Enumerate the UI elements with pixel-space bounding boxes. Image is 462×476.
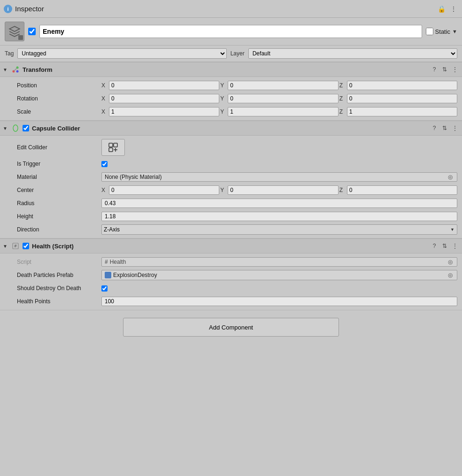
is-trigger-row: Is Trigger: [0, 157, 462, 170]
scale-x-label: X: [101, 108, 108, 115]
transform-help-btn[interactable]: ?: [430, 65, 439, 74]
rotation-x-input[interactable]: [109, 94, 219, 103]
add-component-label: Add Component: [209, 324, 253, 331]
health-points-input[interactable]: [101, 297, 457, 306]
capsule-help-btn[interactable]: ?: [430, 124, 439, 132]
edit-collider-value: [101, 139, 457, 156]
capsule-collider-title: Capsule Collider: [32, 125, 427, 132]
capsule-collapse-arrow[interactable]: ▼: [3, 126, 8, 131]
transform-properties: Position X Y Z Rotation X Y: [0, 77, 462, 120]
rotation-z-item: Z: [339, 94, 457, 103]
static-label: Static: [435, 28, 451, 35]
is-trigger-value: [101, 161, 457, 167]
cube-icon: [8, 25, 21, 38]
svg-rect-5: [109, 143, 113, 147]
position-y-item: Y: [220, 81, 338, 90]
static-checkbox[interactable]: [426, 28, 433, 35]
position-z-label: Z: [339, 82, 346, 89]
radius-input[interactable]: [101, 199, 457, 208]
rotation-x-label: X: [101, 95, 108, 102]
health-settings-btn[interactable]: ⇅: [440, 242, 449, 250]
scale-x-input[interactable]: [109, 107, 219, 116]
radius-value: [101, 199, 457, 208]
capsule-enabled-checkbox[interactable]: [23, 125, 29, 131]
svg-point-2: [16, 70, 19, 73]
center-y-input[interactable]: [228, 185, 338, 195]
health-script-icon: #: [11, 242, 20, 250]
lock-icon[interactable]: 🔒: [437, 4, 446, 14]
position-z-input[interactable]: [347, 81, 457, 90]
death-particles-target-icon[interactable]: ◎: [447, 271, 454, 279]
position-x-item: X: [101, 81, 219, 90]
capsule-more-btn[interactable]: ⋮: [451, 124, 459, 132]
more-icon[interactable]: ⋮: [449, 4, 458, 14]
health-enabled-checkbox[interactable]: [23, 243, 29, 249]
scale-z-item: Z: [339, 107, 457, 116]
health-script-title: Health (Script): [32, 243, 427, 250]
center-row: Center X Y Z: [0, 184, 462, 197]
scale-row: Scale X Y Z: [0, 105, 462, 118]
position-y-input[interactable]: [228, 81, 338, 90]
inspector-title: Inspector: [15, 5, 44, 13]
center-z-input[interactable]: [347, 185, 457, 195]
script-row: Script # Health ◎: [0, 255, 462, 269]
death-particles-label: Death Particles Prefab: [17, 272, 101, 278]
title-bar: i Inspector 🔒 ⋮: [0, 0, 462, 18]
svg-point-4: [13, 125, 18, 131]
should-destroy-checkbox[interactable]: [101, 285, 108, 292]
rotation-x-item: X: [101, 94, 219, 103]
object-name-input[interactable]: [39, 25, 422, 38]
material-row: Material None (Physic Material) ◎: [0, 170, 462, 184]
should-destroy-row: Should Destroy On Death: [0, 282, 462, 295]
edit-collider-row: Edit Collider: [0, 138, 462, 157]
health-collapse-arrow[interactable]: ▼: [3, 244, 8, 249]
object-icon: [5, 22, 24, 41]
transform-collapse-arrow[interactable]: ▼: [3, 67, 8, 72]
position-x-input[interactable]: [109, 81, 219, 90]
scale-x-item: X: [101, 107, 219, 116]
rotation-label: Rotation: [17, 95, 101, 102]
position-label: Position: [17, 82, 101, 89]
direction-row: Direction X-Axis Y-Axis Z-Axis: [0, 223, 462, 236]
is-trigger-checkbox[interactable]: [101, 161, 108, 167]
add-component-area: Add Component: [0, 310, 462, 344]
transform-more-btn[interactable]: ⋮: [451, 65, 459, 74]
center-x-item: X: [101, 185, 219, 195]
position-row: Position X Y Z: [0, 79, 462, 92]
script-target-icon[interactable]: ◎: [447, 258, 454, 266]
static-dropdown-arrow[interactable]: ▼: [452, 29, 457, 34]
object-enabled-checkbox[interactable]: [28, 28, 36, 35]
add-component-button[interactable]: Add Component: [123, 318, 339, 337]
rotation-y-input[interactable]: [228, 94, 338, 103]
health-help-btn[interactable]: ?: [430, 242, 439, 250]
transform-title: Transform: [23, 66, 427, 73]
tag-layer-row: Tag Untagged Layer Default: [0, 46, 462, 62]
edit-collider-button[interactable]: [101, 139, 125, 156]
scale-y-label: Y: [220, 108, 227, 115]
height-row: Height: [0, 210, 462, 223]
capsule-collider-section-header: ▼ Capsule Collider ? ⇅ ⋮: [0, 121, 462, 136]
center-x-input[interactable]: [109, 185, 219, 195]
position-x-label: X: [101, 82, 108, 89]
tag-select[interactable]: Untagged: [17, 48, 226, 59]
health-more-btn[interactable]: ⋮: [451, 242, 459, 250]
health-properties: Script # Health ◎ Death Particles Prefab…: [0, 253, 462, 310]
tag-label: Tag: [5, 50, 14, 57]
object-header: Static ▼: [0, 18, 462, 46]
scale-z-input[interactable]: [347, 107, 457, 116]
hash-icon: #: [105, 259, 108, 265]
scale-y-input[interactable]: [228, 107, 338, 116]
capsule-actions: ? ⇅ ⋮: [430, 124, 459, 132]
material-target-icon[interactable]: ◎: [447, 173, 454, 181]
rotation-xyz: X Y Z: [101, 94, 457, 103]
layer-select[interactable]: Default: [248, 48, 457, 59]
capsule-settings-btn[interactable]: ⇅: [440, 124, 449, 132]
rotation-z-input[interactable]: [347, 94, 457, 103]
scale-label: Scale: [17, 108, 101, 115]
transform-settings-btn[interactable]: ⇅: [440, 65, 449, 74]
height-input[interactable]: [101, 212, 457, 221]
direction-select[interactable]: X-Axis Y-Axis Z-Axis: [101, 224, 457, 235]
svg-rect-12: [106, 273, 110, 277]
material-field[interactable]: None (Physic Material) ◎: [101, 172, 457, 182]
death-particles-row: Death Particles Prefab ExplosionDestroy …: [0, 269, 462, 282]
